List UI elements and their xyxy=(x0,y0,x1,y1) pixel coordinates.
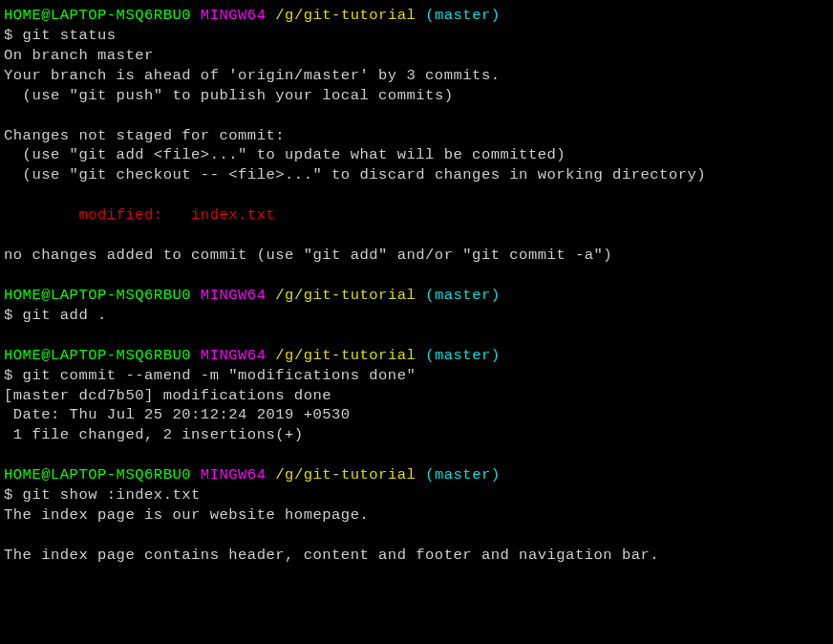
output-line: The index page is our website homepage. xyxy=(4,505,829,526)
command-text: git status xyxy=(23,27,117,44)
command-line: $ git status xyxy=(4,26,829,46)
branch-indicator: (master) xyxy=(425,347,500,364)
shell-name: MINGW64 xyxy=(201,347,267,364)
output-line: Your branch is ahead of 'origin/master' … xyxy=(4,66,829,86)
output-line: no changes added to commit (use "git add… xyxy=(4,246,829,266)
output-line: [master dcd7b50] modifications done xyxy=(4,386,829,406)
output-line: 1 file changed, 2 insertions(+) xyxy=(4,425,829,445)
prompt-symbol: $ xyxy=(4,27,23,44)
output-line: The index page contains header, content … xyxy=(4,546,829,566)
command-line: $ git show :index.txt xyxy=(4,485,829,505)
output-line: (use "git add <file>..." to update what … xyxy=(4,145,829,165)
blank-line xyxy=(4,106,829,126)
command-line: $ git add . xyxy=(4,306,829,326)
modified-file-line: modified: index.txt xyxy=(4,205,829,225)
prompt-line: HOME@LAPTOP-MSQ6RBU0 MINGW64 /g/git-tuto… xyxy=(4,465,829,485)
blank-line xyxy=(4,326,829,346)
user-host: HOME@LAPTOP-MSQ6RBU0 xyxy=(4,7,191,24)
command-text: git commit --amend -m "modifications don… xyxy=(23,367,416,384)
blank-line xyxy=(4,526,829,546)
prompt-symbol: $ xyxy=(4,367,23,384)
prompt-line: HOME@LAPTOP-MSQ6RBU0 MINGW64 /g/git-tuto… xyxy=(4,286,829,306)
output-line: Date: Thu Jul 25 20:12:24 2019 +0530 xyxy=(4,405,829,425)
output-line: On branch master xyxy=(4,46,829,66)
terminal-output[interactable]: HOME@LAPTOP-MSQ6RBU0 MINGW64 /g/git-tuto… xyxy=(4,6,829,566)
branch-indicator: (master) xyxy=(425,287,500,304)
output-line: Changes not staged for commit: xyxy=(4,126,829,146)
cwd-path: /g/git-tutorial xyxy=(275,466,416,483)
output-line: (use "git push" to publish your local co… xyxy=(4,86,829,106)
shell-name: MINGW64 xyxy=(201,466,267,483)
blank-line xyxy=(4,225,829,246)
command-text: git show :index.txt xyxy=(23,486,201,504)
branch-indicator: (master) xyxy=(425,7,500,24)
cwd-path: /g/git-tutorial xyxy=(275,287,416,304)
command-text: git add . xyxy=(23,307,107,324)
output-line: (use "git checkout -- <file>..." to disc… xyxy=(4,165,829,185)
prompt-line: HOME@LAPTOP-MSQ6RBU0 MINGW64 /g/git-tuto… xyxy=(4,346,829,366)
user-host: HOME@LAPTOP-MSQ6RBU0 xyxy=(4,287,191,304)
shell-name: MINGW64 xyxy=(201,7,267,24)
blank-line xyxy=(4,445,829,465)
user-host: HOME@LAPTOP-MSQ6RBU0 xyxy=(4,347,191,364)
shell-name: MINGW64 xyxy=(201,287,267,304)
cwd-path: /g/git-tutorial xyxy=(275,7,416,24)
branch-indicator: (master) xyxy=(425,466,500,483)
prompt-symbol: $ xyxy=(4,307,23,324)
user-host: HOME@LAPTOP-MSQ6RBU0 xyxy=(4,466,191,483)
command-line: $ git commit --amend -m "modifications d… xyxy=(4,366,829,386)
blank-line xyxy=(4,185,829,205)
cwd-path: /g/git-tutorial xyxy=(275,347,416,364)
blank-line xyxy=(4,266,829,286)
prompt-line: HOME@LAPTOP-MSQ6RBU0 MINGW64 /g/git-tuto… xyxy=(4,6,829,26)
prompt-symbol: $ xyxy=(4,486,23,504)
